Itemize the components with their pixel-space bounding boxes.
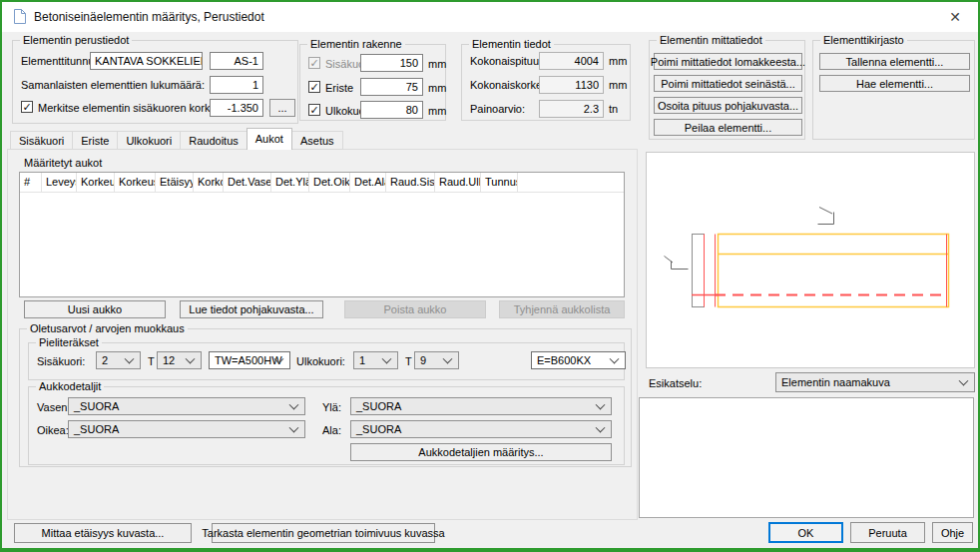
ok-button[interactable]: OK — [768, 522, 843, 543]
break-mark-top — [818, 208, 834, 225]
column-header[interactable]: Korkeus — [77, 173, 115, 192]
vasen-detalji-combo[interactable]: _SUORA — [68, 397, 305, 415]
vasen-label: Vasen: — [37, 401, 70, 413]
column-header[interactable]: Det.Oikea — [309, 173, 350, 192]
painoarvio-value: 2.3 — [539, 100, 604, 118]
column-header[interactable]: Tunnus — [481, 173, 518, 192]
column-header[interactable]: Raud.Sisäk. — [386, 173, 435, 192]
aukot-listview-header: # Leveys Korkeus Korkeus2 Etäisyys Korko… — [20, 173, 624, 193]
unit-label: tn — [609, 103, 618, 115]
tab-eriste[interactable]: Eriste — [72, 131, 118, 150]
oikea-detalji-combo[interactable]: _SUORA — [68, 420, 305, 438]
column-header[interactable]: Korko — [194, 173, 224, 192]
ulko-grade-combo[interactable]: E=B600KX — [531, 351, 626, 369]
column-header[interactable]: # — [20, 173, 42, 192]
aukot-listview-body[interactable] — [20, 193, 624, 296]
group-label: Elementin tiedot — [469, 38, 554, 50]
uusi-aukko-button[interactable]: Uusi aukko — [24, 300, 166, 318]
pieli-sisakuori-label: Sisäkuori: — [37, 355, 85, 367]
esikatselu-mode-combo[interactable]: Elementin naamakuva — [775, 372, 975, 392]
mittaa-etaisyys-button[interactable]: Mittaa etäisyys kuvasta... — [14, 523, 192, 543]
element-preview-panel — [646, 152, 975, 368]
group-label: Pieliteräkset — [36, 336, 102, 348]
tab-asetus[interactable]: Asetus — [291, 131, 343, 150]
group-label: Aukkodetaljit — [36, 380, 104, 392]
aukot-listview[interactable]: # Leveys Korkeus Korkeus2 Etäisyys Korko… — [19, 172, 625, 297]
yla-label: Ylä: — [322, 401, 341, 413]
ulkokuori-checkbox[interactable]: ✓ — [308, 104, 320, 116]
column-header[interactable]: Raud.Ulkok. — [435, 173, 481, 192]
pieli-ulkokuori-label: Ulkokuori: — [296, 355, 345, 367]
t-separator-label: T — [405, 355, 412, 367]
column-header[interactable]: Det.Ylä — [271, 173, 309, 192]
tab-strip: Sisäkuori Eriste Ulkokuori Raudoitus Auk… — [10, 128, 342, 150]
group-label: Elementin rakenne — [307, 38, 405, 50]
ala-label: Ala: — [322, 424, 341, 436]
kokonaiskorkeus-value: 1130 — [539, 76, 604, 94]
aukkodetaljien-maaritys-button[interactable]: Aukkodetaljien määritys... — [350, 443, 612, 461]
korko-browse-button[interactable]: ... — [269, 99, 295, 117]
poimi-lomakkeesta-button[interactable]: Poimi mittatiedot lomakkeesta... — [654, 53, 802, 70]
kokonaispituus-value: 4004 — [539, 52, 604, 70]
column-header[interactable]: Det.Ala — [350, 173, 386, 192]
tab-aukot[interactable]: Aukot — [246, 128, 292, 150]
sisa-grade-combo[interactable]: TW=A500HW — [209, 351, 290, 369]
column-header[interactable]: Etäisyys — [156, 173, 194, 192]
esikatselu-label: Esikatselu: — [649, 377, 702, 389]
korko-label: Merkitse elementin sisäkuoren korko: — [38, 102, 220, 114]
break-mark-left — [665, 257, 689, 270]
tab-raudoitus[interactable]: Raudoitus — [180, 131, 247, 150]
tarkasta-geometria-button[interactable]: Tarkasta elementin geometrian toimivuus … — [212, 523, 435, 543]
ulko-count-combo[interactable]: 1 — [353, 351, 398, 369]
poimi-seinasta-button[interactable]: Poimi mittatiedot seinästä... — [654, 75, 802, 92]
column-header[interactable]: Leveys — [42, 173, 77, 192]
unit-label: mm — [428, 82, 446, 94]
close-icon[interactable]: ✕ — [940, 5, 970, 29]
painoarvio-label: Painoarvio: — [470, 103, 525, 115]
tab-sisakuori[interactable]: Sisäkuori — [10, 131, 73, 150]
hae-elementti-button[interactable]: Hae elementti... — [819, 75, 970, 92]
peruuta-button[interactable]: Peruuta — [850, 522, 925, 543]
sisakuori-thickness-input[interactable]: 150 — [360, 54, 423, 72]
yla-detalji-combo[interactable]: _SUORA — [350, 397, 612, 415]
group-elementin-mittatiedot: Elementin mittatiedot Poimi mittatiedot … — [649, 40, 805, 140]
eriste-checkbox[interactable]: ✓ — [308, 81, 320, 93]
group-elementin-perustiedot: Elementin perustiedot Elementtitunnus: K… — [12, 40, 298, 124]
group-aukkodetaljit: Aukkodetaljit Vasen: _SUORA Ylä: _SUORA … — [28, 386, 625, 465]
korko-checkbox[interactable]: ✓ — [21, 101, 33, 113]
sisa-count-combo[interactable]: 2 — [96, 351, 141, 369]
group-elementin-tiedot: Elementin tiedot Kokonaispituus: 4004 mm… — [461, 44, 631, 121]
tallenna-elementti-button[interactable]: Tallenna elementti... — [819, 53, 970, 70]
document-icon — [13, 8, 27, 25]
dialog-window: Betoniseinäelementin määritys, Perustied… — [0, 0, 980, 552]
t-separator-label: T — [148, 355, 155, 367]
ulko-diameter-combo[interactable]: 9 — [414, 351, 459, 369]
peilaa-elementti-button[interactable]: Peilaa elementti... — [654, 119, 802, 136]
unit-label: mm — [428, 105, 446, 117]
elementtitunnus-input[interactable]: KANTAVA SOKKELIELEMENT — [90, 52, 203, 70]
group-oletusarvot: Oletusarvot / arvojen muokkaus Pieliterä… — [19, 328, 632, 467]
group-pieliterakset: Pieliteräkset Sisäkuori: 2 T 12 TW=A500H… — [28, 342, 625, 380]
column-header[interactable]: Det.Vasen — [224, 173, 271, 192]
ala-detalji-combo[interactable]: _SUORA — [350, 420, 612, 438]
poista-aukko-button: Poista aukko — [344, 300, 486, 318]
unit-label: mm — [609, 55, 627, 67]
esikatselu-listbox[interactable] — [639, 397, 974, 518]
eriste-thickness-input[interactable]: 75 — [360, 78, 423, 96]
tab-ulkokuori[interactable]: Ulkokuori — [117, 131, 181, 150]
window-title: Betoniseinäelementin määritys, Perustied… — [34, 10, 264, 24]
group-label: Elementin perustiedot — [20, 34, 132, 46]
korko-input[interactable]: -1.350 — [210, 99, 263, 117]
tab-pane-aukot: Määritetyt aukot # Leveys Korkeus Korkeu… — [7, 149, 638, 520]
ulkokuori-thickness-input[interactable]: 80 — [360, 101, 423, 119]
lue-tiedot-button[interactable]: Lue tiedot pohjakuvasta... — [180, 300, 323, 318]
column-header[interactable]: Korkeus2 — [115, 173, 156, 192]
osoita-pituus-button[interactable]: Osoita pituus pohjakuvasta... — [654, 97, 802, 114]
sisa-diameter-combo[interactable]: 12 — [157, 351, 202, 369]
oikea-label: Oikea: — [37, 424, 69, 436]
tyhjenna-aukkolista-button: Tyhjennä aukkolista — [499, 300, 625, 318]
elementtitunnus-code-input[interactable]: AS-1 — [210, 52, 263, 70]
ohje-button[interactable]: Ohje — [932, 522, 973, 543]
lukumaara-input[interactable]: 1 — [210, 76, 263, 94]
group-elementtikirjasto: Elementtikirjasto Tallenna elementti... … — [812, 40, 975, 140]
